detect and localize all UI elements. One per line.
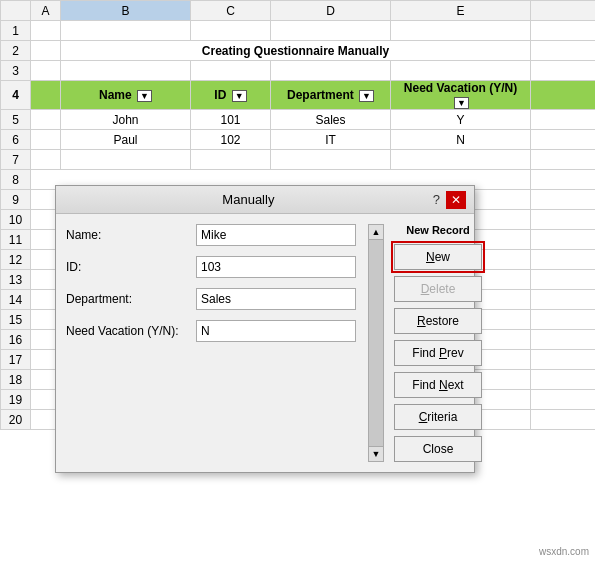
restore-button[interactable]: Restore [394, 308, 482, 334]
cell-c5[interactable]: 101 [191, 110, 271, 130]
cell-f5 [531, 110, 596, 130]
row-header-11: 11 [1, 230, 31, 250]
cell-d3[interactable] [271, 61, 391, 81]
row-header-5: 5 [1, 110, 31, 130]
name-row: Name: [66, 224, 356, 246]
cell-b7[interactable] [61, 150, 191, 170]
scroll-down-button[interactable]: ▼ [368, 446, 384, 462]
cell-e5[interactable]: Y [391, 110, 531, 130]
id-input[interactable] [196, 256, 356, 278]
cell-d4-dept[interactable]: Department ▼ [271, 81, 391, 110]
watermark: wsxdn.com [539, 546, 589, 557]
cell-a1[interactable] [31, 21, 61, 41]
row-header-13: 13 [1, 270, 31, 290]
find-next-button-label: Find Next [412, 378, 463, 392]
new-button-label: New [426, 250, 450, 264]
delete-button-label: Delete [421, 282, 456, 296]
cell-a2[interactable] [31, 41, 61, 61]
col-header-d[interactable]: D [271, 1, 391, 21]
cell-e3[interactable] [391, 61, 531, 81]
id-filter-icon[interactable]: ▼ [232, 90, 247, 102]
cell-f3 [531, 61, 596, 81]
cell-d7[interactable] [271, 150, 391, 170]
cell-f2 [531, 41, 596, 61]
scroll-up-button[interactable]: ▲ [368, 224, 384, 240]
restore-button-label: Restore [417, 314, 459, 328]
row-header-2: 2 [1, 41, 31, 61]
vacation-filter-icon[interactable]: ▼ [454, 97, 469, 109]
cell-c4-id[interactable]: ID ▼ [191, 81, 271, 110]
col-header-extra [531, 1, 596, 21]
row-header-20: 20 [1, 410, 31, 430]
cell-b5[interactable]: John [61, 110, 191, 130]
cell-d5[interactable]: Sales [271, 110, 391, 130]
row-header-17: 17 [1, 350, 31, 370]
id-label: ID: [66, 260, 196, 274]
cell-c1[interactable] [191, 21, 271, 41]
delete-button[interactable]: Delete [394, 276, 482, 302]
cell-d1[interactable] [271, 21, 391, 41]
dialog-buttons-panel: New Record New Delete Restore Find Prev … [394, 224, 482, 462]
section-label: New Record [394, 224, 482, 236]
row-header-1: 1 [1, 21, 31, 41]
scroll-track[interactable] [368, 240, 384, 446]
cell-b6[interactable]: Paul [61, 130, 191, 150]
cell-a6[interactable] [31, 130, 61, 150]
row-header-18: 18 [1, 370, 31, 390]
cell-c7[interactable] [191, 150, 271, 170]
dialog-help-button[interactable]: ? [433, 192, 440, 207]
dialog-form: Name: ID: Department: Need Vacation (Y/N… [66, 224, 356, 462]
col-header-a[interactable]: A [31, 1, 61, 21]
find-prev-button-label: Find Prev [412, 346, 463, 360]
cell-d6[interactable]: IT [271, 130, 391, 150]
row-header-3: 3 [1, 61, 31, 81]
vacation-row: Need Vacation (Y/N): [66, 320, 356, 342]
row-header-8: 8 [1, 170, 31, 190]
col-header-e[interactable]: E [391, 1, 531, 21]
department-label: Department: [66, 292, 196, 306]
cell-a7[interactable] [31, 150, 61, 170]
cell-f1 [531, 21, 596, 41]
cell-b3[interactable] [61, 61, 191, 81]
cell-a3[interactable] [31, 61, 61, 81]
cell-title: Creating Questionnaire Manually [61, 41, 531, 61]
cell-e1[interactable] [391, 21, 531, 41]
criteria-button-label: Criteria [419, 410, 458, 424]
cell-e7[interactable] [391, 150, 531, 170]
dept-filter-icon[interactable]: ▼ [359, 90, 374, 102]
form-scrollbar[interactable]: ▲ ▼ [368, 224, 384, 462]
row-header-14: 14 [1, 290, 31, 310]
name-label: Name: [66, 228, 196, 242]
name-input[interactable] [196, 224, 356, 246]
cell-a4[interactable] [31, 81, 61, 110]
corner-header [1, 1, 31, 21]
cell-c6[interactable]: 102 [191, 130, 271, 150]
manually-dialog: Manually ? ✕ Name: ID: Department: Need … [55, 185, 475, 473]
vacation-input[interactable] [196, 320, 356, 342]
department-input[interactable] [196, 288, 356, 310]
new-button[interactable]: New [394, 244, 482, 270]
criteria-button[interactable]: Criteria [394, 404, 482, 430]
department-row: Department: [66, 288, 356, 310]
cell-e6[interactable]: N [391, 130, 531, 150]
vacation-label: Need Vacation (Y/N): [66, 324, 196, 338]
col-header-c[interactable]: C [191, 1, 271, 21]
cell-e4-vacation[interactable]: Need Vacation (Y/N) ▼ [391, 81, 531, 110]
cell-c3[interactable] [191, 61, 271, 81]
cell-b1[interactable] [61, 21, 191, 41]
dialog-close-button[interactable]: ✕ [446, 191, 466, 209]
close-dialog-button[interactable]: Close [394, 436, 482, 462]
dialog-body: Name: ID: Department: Need Vacation (Y/N… [56, 214, 474, 472]
row-header-4: 4 [1, 81, 31, 110]
cell-f7 [531, 150, 596, 170]
row-header-6: 6 [1, 130, 31, 150]
name-filter-icon[interactable]: ▼ [137, 90, 152, 102]
dialog-titlebar: Manually ? ✕ [56, 186, 474, 214]
find-next-button[interactable]: Find Next [394, 372, 482, 398]
col-header-b[interactable]: B [61, 1, 191, 21]
find-prev-button[interactable]: Find Prev [394, 340, 482, 366]
id-row: ID: [66, 256, 356, 278]
cell-b4-name[interactable]: Name ▼ [61, 81, 191, 110]
cell-a5[interactable] [31, 110, 61, 130]
row-header-12: 12 [1, 250, 31, 270]
